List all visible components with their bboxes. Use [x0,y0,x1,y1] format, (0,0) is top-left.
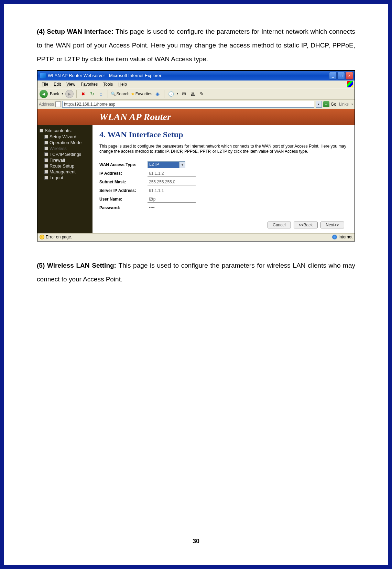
separator-icon [76,90,77,98]
go-label: Go [331,102,336,107]
back-label: Back [49,92,60,96]
separator-icon [164,90,164,98]
ie-screenshot: WLAN AP Router Webserver - Microsoft Int… [37,70,355,241]
forward-button[interactable]: ► [65,90,74,98]
panel-title: 4. WAN Interface Setup [99,130,348,139]
dropdown-icon[interactable]: ▼ [176,92,179,95]
page-icon [44,135,48,139]
router-brand: WLAN AP Router [99,111,171,122]
menu-edit[interactable]: Edit [51,82,64,87]
row-password: Password: [99,205,348,211]
page-icon [55,101,61,107]
minimize-button[interactable]: _ [329,72,337,79]
back-dropdown-icon[interactable]: ▼ [61,92,64,95]
sidebar-item-label: Route Setup [50,163,74,169]
search-button[interactable]: 🔍Search [111,92,130,96]
print-button[interactable]: 🖶 [189,90,197,98]
cancel-button[interactable]: Cancel [268,222,291,228]
page-icon [44,152,48,156]
titlebar: WLAN AP Router Webserver - Microsoft Int… [37,71,355,80]
sidebar-item-label: Operation Mode [50,140,81,145]
section5-paragraph: (5) Wireless LAN Setting: This page is u… [37,259,355,286]
page-icon [44,158,48,162]
menubar: File Edit View Favorites Tools Help [37,80,355,88]
address-label: Address [39,102,54,107]
search-icon: 🔍 [111,92,116,96]
go-button[interactable]: → [323,101,329,107]
page-icon [44,147,48,150]
sidebar: Site contents: Setup Wizard Operation Mo… [37,125,92,233]
internet-zone-icon [332,235,337,239]
mail-button[interactable]: ✉ [180,90,188,98]
sidebar-item-operation-mode[interactable]: Operation Mode [40,140,90,146]
sidebar-item-label: Setup Wizard [50,134,76,139]
sidebar-item-label: Firewall [50,158,65,163]
sidebar-item-label: Logout [50,175,63,180]
sidebar-item-wireless[interactable]: Wireless [40,146,90,151]
username-label: User Name: [99,197,148,202]
home-button[interactable]: ⌂ [97,90,105,98]
zone-label: Internet [338,235,352,239]
refresh-button[interactable]: ↻ [88,90,96,98]
page-icon [44,170,48,174]
edit-button[interactable]: ✎ [198,90,206,98]
star-icon: ★ [131,92,135,96]
next-button[interactable]: Next>> [320,222,344,228]
row-username: User Name: [99,196,348,203]
favorites-label: Favorites [135,92,152,96]
sidebar-item-setup-wizard[interactable]: Setup Wizard [40,134,90,140]
username-input[interactable] [148,196,196,203]
sidebar-item-management[interactable]: Management [40,169,90,175]
address-input[interactable] [62,101,314,108]
password-input[interactable] [148,205,196,211]
section5-heading: (5) Wireless LAN Setting: [37,262,119,269]
password-label: Password: [99,205,148,210]
back-button[interactable]: <<Back [294,222,318,228]
menu-file[interactable]: File [39,82,51,87]
ie-throbber-icon [347,81,353,87]
main-panel: 4. WAN Interface Setup This page is used… [92,125,355,233]
back-button[interactable]: ◄ [40,90,48,98]
warning-icon: ! [40,235,44,239]
menu-tools[interactable]: Tools [100,82,116,87]
sidebar-item-route-setup[interactable]: Route Setup [40,163,90,169]
menu-favorites[interactable]: Favorites [78,82,100,87]
server-ip-label: Server IP Address: [99,188,148,193]
page-icon [44,141,48,144]
panel-description: This page is used to configure the param… [99,144,348,154]
address-bar: Address ▾ → Go Links » [37,100,355,109]
sidebar-item-tcpip[interactable]: TCP/IP Settings [40,151,90,157]
menu-view[interactable]: View [64,82,78,87]
divider [99,141,348,141]
maximize-button[interactable]: □ [337,72,345,79]
search-label: Search [117,92,130,96]
links-label[interactable]: Links [338,102,350,107]
router-header: WLAN AP Router [37,109,355,125]
subnet-mask-input[interactable] [148,179,196,185]
address-dropdown[interactable]: ▾ [316,101,322,108]
page-icon [44,176,48,180]
wan-access-type-select[interactable]: L2TP ▾ [148,161,185,168]
stop-button[interactable]: ✖ [79,90,87,98]
ip-address-input[interactable] [148,170,196,177]
menu-help[interactable]: Help [116,82,130,87]
row-wan-access-type: WAN Access Type: L2TP ▾ [99,161,348,168]
favorites-button[interactable]: ★Favorites [131,92,152,96]
page-icon [44,164,48,168]
history-button[interactable]: 🕓 [167,90,175,98]
media-button[interactable]: ◉ [154,90,161,98]
sidebar-item-firewall[interactable]: Firewall [40,157,90,163]
sidebar-header: Site contents: [40,128,90,133]
page-number: 30 [4,538,388,545]
sidebar-item-logout[interactable]: Logout [40,175,90,181]
wan-access-type-label: WAN Access Type: [99,162,148,167]
row-ip-address: IP Address: [99,170,348,177]
section4-heading: (4) Setup WAN Interface: [37,28,116,35]
ip-address-label: IP Address: [99,171,148,176]
server-ip-input[interactable] [148,187,196,194]
sidebar-item-label: Wireless [50,146,67,151]
ie-app-icon [40,73,46,78]
subnet-mask-label: Subnet Mask: [99,180,148,184]
button-row: Cancel <<Back Next>> [99,222,348,228]
close-button[interactable]: × [346,72,353,79]
